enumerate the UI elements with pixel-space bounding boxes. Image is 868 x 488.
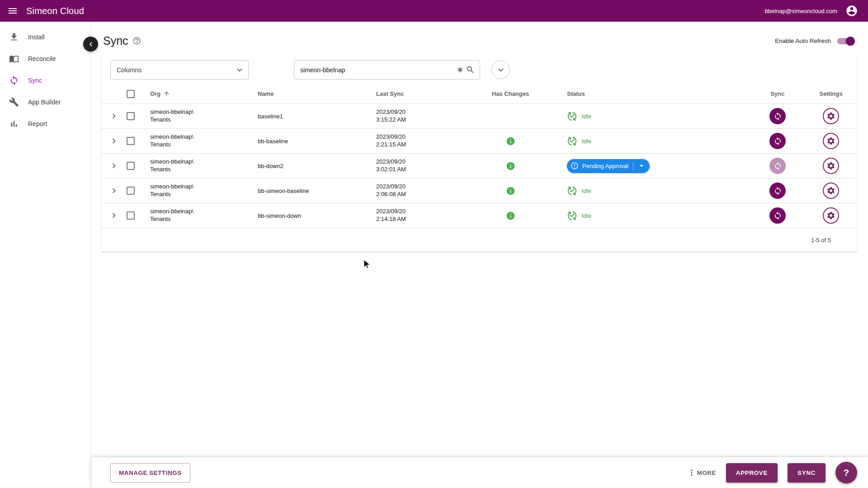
- pending-approval-button[interactable]: Pending Approval: [567, 159, 650, 173]
- row-checkbox[interactable]: [127, 187, 135, 195]
- row-settings-button[interactable]: [823, 207, 839, 224]
- table-row: simeon-bbelnap\ Tenants bb-simeon-down 2…: [101, 203, 857, 228]
- main-content: Sync Enable Auto Refresh Columns ✱: [91, 22, 868, 488]
- last-sync-header[interactable]: Last Sync: [376, 90, 481, 97]
- columns-dropdown[interactable]: Columns: [110, 60, 249, 80]
- row-settings-button[interactable]: [823, 108, 839, 124]
- idle-sync-check-icon: [567, 186, 577, 196]
- expand-row-button[interactable]: [107, 184, 121, 197]
- manage-settings-button[interactable]: MANAGE SETTINGS: [110, 463, 190, 483]
- row-settings-button[interactable]: [823, 183, 839, 199]
- collapse-sidebar-button[interactable]: [83, 37, 98, 52]
- name-cell-text: bb-baseline: [258, 138, 376, 145]
- name-cell-text: bb-down2: [258, 163, 376, 169]
- last-sync-date: 2023/09/20: [376, 133, 406, 140]
- account-button[interactable]: [843, 2, 861, 20]
- row-sync-button[interactable]: [769, 207, 786, 224]
- row-checkbox[interactable]: [127, 137, 135, 145]
- row-sync-button[interactable]: [769, 133, 786, 149]
- has-changes-icon[interactable]: [506, 136, 515, 146]
- action-bar: MANAGE SETTINGS MORE APPROVE SYNC ?: [91, 457, 868, 488]
- sidebar-item-report[interactable]: Report: [0, 113, 91, 135]
- sidebar-item-sync[interactable]: Sync: [0, 70, 91, 91]
- chevron-right-icon: [109, 111, 119, 121]
- pagination-label: 1-5 of 5: [101, 228, 857, 252]
- wildcard-icon[interactable]: ✱: [457, 66, 463, 73]
- expand-row-button[interactable]: [107, 209, 121, 222]
- status-header[interactable]: Status: [540, 90, 750, 97]
- org-cell: simeon-bbelnap\ Tenants: [150, 108, 193, 124]
- last-sync-time: 2:14:18 AM: [376, 216, 406, 222]
- sort-by-org[interactable]: Org: [150, 90, 170, 97]
- row-sync-button[interactable]: [769, 108, 786, 124]
- name-cell-text: bb-simeon-baseline: [258, 188, 376, 194]
- last-sync-cell: 2023/09/20 3:02:01 AM: [376, 158, 406, 174]
- last-sync-cell: 2023/09/20 2:14:18 AM: [376, 208, 406, 223]
- chevron-right-icon: [109, 136, 119, 146]
- org-line1: simeon-bbelnap\: [150, 133, 193, 140]
- settings-header: Settings: [805, 90, 857, 97]
- expand-filters-button[interactable]: [491, 61, 510, 79]
- status-idle: Idle: [567, 186, 591, 196]
- select-all-checkbox[interactable]: [127, 90, 135, 98]
- row-checkbox[interactable]: [127, 211, 135, 220]
- dropdown-caret-icon: [637, 161, 646, 170]
- status-idle: Idle: [567, 111, 591, 122]
- chevron-right-icon: [109, 186, 119, 196]
- hamburger-icon: [7, 5, 18, 16]
- org-line2: Tenants: [150, 166, 171, 173]
- pending-approval-button-label: Pending Approval: [582, 163, 628, 169]
- name-header[interactable]: Name: [258, 90, 376, 97]
- help-fab-button[interactable]: ?: [835, 462, 857, 483]
- org-cell: simeon-bbelnap\ Tenants: [150, 183, 193, 198]
- sync-table-card: Columns ✱ Org Name Last Sy: [101, 55, 857, 252]
- sidebar-item-label: Reconcile: [28, 55, 56, 62]
- gear-icon: [826, 186, 835, 195]
- toggle-thumb: [846, 37, 855, 46]
- sync-button[interactable]: SYNC: [788, 463, 826, 483]
- search-icon[interactable]: [466, 65, 475, 75]
- sidebar-item-label: Report: [28, 120, 47, 127]
- sidebar-item-app-builder[interactable]: App Builder: [0, 91, 91, 113]
- row-checkbox[interactable]: [127, 112, 135, 120]
- idle-sync-check-icon: [567, 111, 577, 122]
- sort-arrow-up-icon: [163, 90, 170, 97]
- has-changes-header[interactable]: Has Changes: [481, 90, 540, 97]
- help-icon[interactable]: [132, 37, 141, 45]
- gear-icon: [826, 136, 835, 145]
- expand-row-button[interactable]: [107, 109, 121, 123]
- account-circle-icon: [845, 5, 858, 17]
- org-header: Org: [150, 90, 160, 97]
- org-cell: simeon-bbelnap\ Tenants: [150, 133, 193, 149]
- table-header-row: Org Name Last Sync Has Changes Status Sy…: [101, 84, 857, 104]
- sidebar-item-reconcile[interactable]: Reconcile: [0, 48, 91, 70]
- hamburger-menu-button[interactable]: [4, 2, 22, 20]
- expand-row-button[interactable]: [107, 159, 121, 173]
- row-settings-button[interactable]: [823, 133, 839, 149]
- row-sync-button[interactable]: [769, 183, 786, 199]
- row-sync-button[interactable]: [769, 158, 786, 174]
- sidebar-item-install[interactable]: Install: [0, 26, 91, 48]
- gear-icon: [826, 161, 835, 170]
- has-changes-icon[interactable]: [506, 161, 515, 171]
- search-input[interactable]: [300, 66, 454, 74]
- expand-row-button[interactable]: [107, 134, 121, 148]
- approve-button[interactable]: APPROVE: [726, 463, 778, 483]
- chevron-down-icon: [235, 65, 245, 75]
- wrench-icon: [9, 97, 19, 107]
- auto-refresh-toggle[interactable]: [837, 38, 854, 44]
- row-checkbox[interactable]: [127, 162, 135, 170]
- org-line1: simeon-bbelnap\: [150, 158, 193, 165]
- row-settings-button[interactable]: [823, 158, 839, 174]
- org-line2: Tenants: [150, 116, 171, 123]
- table-row: simeon-bbelnap\ Tenants bb-baseline 2023…: [101, 129, 857, 154]
- has-changes-icon[interactable]: [506, 211, 515, 221]
- more-button[interactable]: MORE: [687, 468, 716, 477]
- bar-chart-icon: [9, 119, 19, 129]
- status-idle-label: Idle: [582, 188, 591, 194]
- last-sync-cell: 2023/09/20 2:21:15 AM: [376, 133, 406, 149]
- status-idle: Idle: [567, 211, 591, 221]
- has-changes-icon[interactable]: [506, 186, 515, 196]
- sidebar-item-label: Sync: [28, 77, 42, 84]
- org-cell: simeon-bbelnap\ Tenants: [150, 158, 193, 174]
